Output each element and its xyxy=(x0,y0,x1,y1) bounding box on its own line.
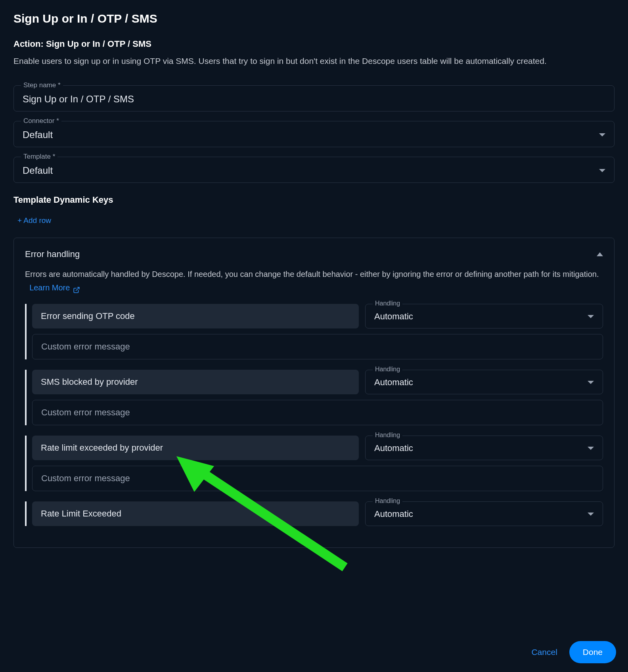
connector-value: Default xyxy=(23,129,53,140)
chevron-down-icon xyxy=(599,133,605,136)
handling-value: Automatic xyxy=(374,509,413,519)
handling-label: Handling xyxy=(373,366,402,373)
handling-select[interactable]: Automatic xyxy=(366,304,603,328)
handling-label: Handling xyxy=(373,300,402,307)
chevron-up-icon[interactable] xyxy=(597,252,603,256)
handling-field[interactable]: HandlingAutomatic xyxy=(365,501,603,526)
error-handling-panel: Error handling Errors are automatically … xyxy=(13,238,615,548)
error-name-chip: SMS blocked by provider xyxy=(32,370,359,394)
chevron-down-icon xyxy=(588,315,594,318)
error-handling-title: Error handling xyxy=(25,249,80,259)
template-select[interactable]: Default xyxy=(14,157,614,182)
page-title: Sign Up or In / OTP / SMS xyxy=(13,12,615,25)
custom-error-message-input[interactable] xyxy=(33,334,603,359)
connector-label: Connector * xyxy=(21,117,61,125)
handling-field[interactable]: HandlingAutomatic xyxy=(365,370,603,394)
add-row-button[interactable]: + Add row xyxy=(17,213,51,228)
handling-label: Handling xyxy=(373,497,402,505)
action-description: Enable users to sign up or in using OTP … xyxy=(13,55,615,68)
learn-more-link[interactable]: Learn More xyxy=(29,281,80,294)
custom-error-message-field[interactable] xyxy=(32,466,603,491)
error-block: Rate Limit ExceededHandlingAutomatic xyxy=(25,501,603,526)
chevron-down-icon xyxy=(588,513,594,516)
error-handling-description: Errors are automatically handled by Desc… xyxy=(25,267,603,294)
custom-error-message-field[interactable] xyxy=(32,334,603,359)
error-name-chip: Error sending OTP code xyxy=(32,304,359,328)
template-value: Default xyxy=(23,165,53,176)
step-name-field[interactable]: Step name * xyxy=(13,85,615,111)
step-name-label: Step name * xyxy=(21,81,63,89)
chevron-down-icon xyxy=(588,447,594,450)
cancel-button[interactable]: Cancel xyxy=(528,643,560,662)
error-block: Error sending OTP codeHandlingAutomatic xyxy=(25,304,603,359)
learn-more-text: Learn More xyxy=(29,281,70,294)
handling-select[interactable]: Automatic xyxy=(366,436,603,460)
handling-value: Automatic xyxy=(374,377,413,388)
done-button[interactable]: Done xyxy=(569,641,616,663)
template-label: Template * xyxy=(21,153,57,161)
error-block: Rate limit exceeded by providerHandlingA… xyxy=(25,436,603,491)
custom-error-message-input[interactable] xyxy=(33,466,603,491)
error-block: SMS blocked by providerHandlingAutomatic xyxy=(25,370,603,425)
handling-label: Handling xyxy=(373,432,402,439)
handling-value: Automatic xyxy=(374,443,413,453)
custom-error-message-input[interactable] xyxy=(33,400,603,425)
custom-error-message-field[interactable] xyxy=(32,400,603,425)
step-name-input[interactable] xyxy=(14,86,614,111)
error-name-chip: Rate limit exceeded by provider xyxy=(32,436,359,460)
action-label: Action: Sign Up or In / OTP / SMS xyxy=(13,39,615,49)
handling-field[interactable]: HandlingAutomatic xyxy=(365,304,603,328)
handling-field[interactable]: HandlingAutomatic xyxy=(365,436,603,460)
template-field[interactable]: Template * Default xyxy=(13,157,615,183)
error-handling-desc-text: Errors are automatically handled by Desc… xyxy=(25,270,599,278)
chevron-down-icon xyxy=(588,381,594,384)
error-name-chip: Rate Limit Exceeded xyxy=(32,501,359,526)
chevron-down-icon xyxy=(599,169,605,172)
handling-select[interactable]: Automatic xyxy=(366,502,603,526)
handling-value: Automatic xyxy=(374,311,413,322)
connector-select[interactable]: Default xyxy=(14,121,614,147)
connector-field[interactable]: Connector * Default xyxy=(13,121,615,147)
svg-line-0 xyxy=(76,287,79,290)
external-link-icon xyxy=(73,284,80,291)
footer: Cancel Done xyxy=(0,632,628,672)
handling-select[interactable]: Automatic xyxy=(366,370,603,394)
dynamic-keys-title: Template Dynamic Keys xyxy=(13,195,615,205)
